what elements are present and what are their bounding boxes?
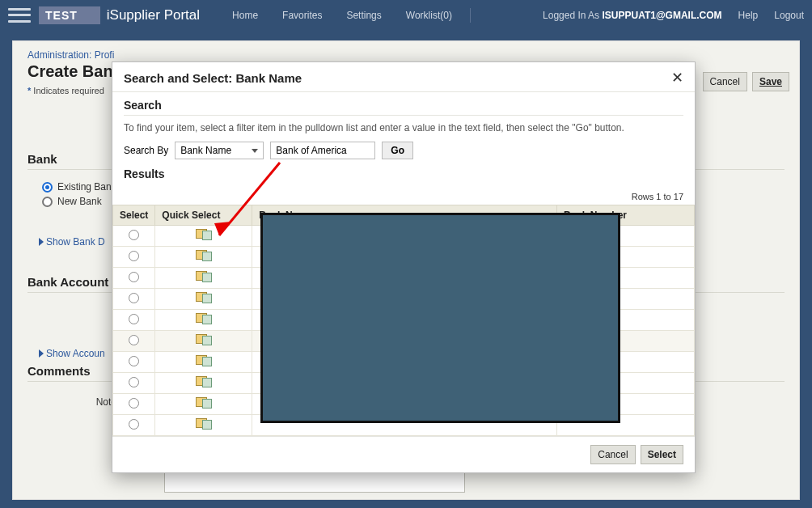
nav-worklist[interactable]: Worklist(0) [406, 10, 452, 21]
quick-select-icon[interactable] [196, 292, 212, 303]
close-icon[interactable]: ✕ [671, 70, 683, 85]
rows-indicator: Rows 1 to 17 [112, 184, 695, 205]
row-select-radio[interactable] [129, 293, 139, 303]
note-label: Note [27, 396, 116, 408]
nav-links: Home Favorites Settings Worklist(0) [232, 10, 452, 21]
quick-select-icon[interactable] [196, 376, 212, 387]
radio-icon [42, 182, 53, 193]
go-button[interactable]: Go [382, 142, 413, 159]
quick-select-icon[interactable] [196, 397, 212, 409]
search-value-input[interactable] [270, 142, 375, 159]
row-select-radio[interactable] [129, 272, 139, 282]
env-badge: TEST [39, 6, 100, 24]
col-quick-select: Quick Select [155, 205, 252, 226]
quick-select-icon[interactable] [196, 313, 212, 324]
cancel-button[interactable]: Cancel [703, 72, 747, 91]
search-header: Search [124, 99, 683, 116]
row-select-radio[interactable] [129, 377, 139, 387]
radio-label: Existing Ban [57, 181, 112, 193]
save-button[interactable]: Save [752, 72, 789, 91]
required-text: Indicates required [33, 86, 104, 95]
nav-help[interactable]: Help [738, 10, 759, 21]
nav-settings[interactable]: Settings [346, 10, 381, 21]
radio-label: New Bank [57, 196, 102, 207]
modal-title: Search and Select: Bank Name [124, 71, 302, 85]
quick-select-icon[interactable] [196, 229, 212, 240]
row-select-radio[interactable] [129, 419, 139, 430]
link-label: Show Accoun [46, 348, 105, 359]
row-select-radio[interactable] [129, 230, 139, 240]
chevron-right-icon [39, 349, 44, 358]
search-by-select[interactable]: Bank Name [175, 142, 264, 159]
link-label: Show Bank D [46, 236, 105, 248]
col-select: Select [113, 205, 155, 226]
portal-title: iSupplier Portal [107, 7, 200, 23]
row-select-radio[interactable] [129, 356, 139, 366]
row-select-radio[interactable] [129, 251, 139, 261]
logged-in-prefix: Logged In As [543, 10, 602, 21]
row-select-radio[interactable] [129, 335, 139, 345]
results-header: Results [124, 167, 683, 180]
nav-separator [470, 8, 471, 23]
nav-favorites[interactable]: Favorites [282, 10, 322, 21]
top-nav: TEST iSupplier Portal Home Favorites Set… [0, 0, 812, 31]
nav-home[interactable]: Home [232, 10, 258, 21]
redaction-overlay [260, 213, 620, 423]
breadcrumb[interactable]: Administration: Profi [27, 49, 785, 61]
search-by-label: Search By [124, 145, 168, 156]
nav-logout[interactable]: Logout [774, 10, 804, 21]
row-select-radio[interactable] [129, 314, 139, 324]
logged-in-label: Logged In As ISUPPUAT1@GMAIL.COM [543, 10, 722, 21]
quick-select-icon[interactable] [196, 250, 212, 261]
chevron-right-icon [39, 238, 44, 246]
quick-select-icon[interactable] [196, 271, 212, 282]
radio-icon [42, 197, 53, 207]
modal-cancel-button[interactable]: Cancel [590, 445, 635, 464]
quick-select-icon[interactable] [196, 418, 212, 430]
quick-select-icon[interactable] [196, 334, 212, 345]
row-select-radio[interactable] [129, 398, 139, 409]
search-hint: To find your item, select a filter item … [124, 122, 683, 133]
logged-in-user: ISUPPUAT1@GMAIL.COM [602, 10, 721, 21]
quick-select-icon[interactable] [196, 355, 212, 366]
modal-select-button[interactable]: Select [641, 445, 683, 464]
hamburger-icon[interactable] [8, 6, 31, 24]
